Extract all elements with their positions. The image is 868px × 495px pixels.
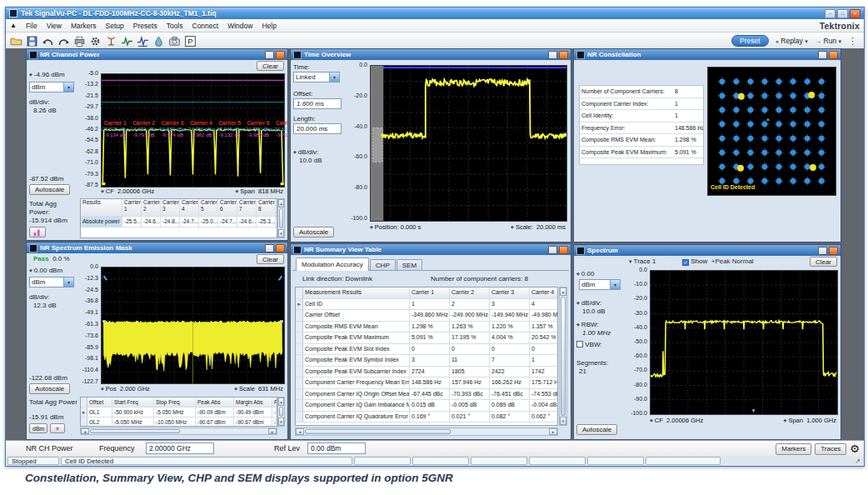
title-bar[interactable]: Tek SignalVu-PC - DL-FDD-100MHz-CC-8-30k… [6,8,864,19]
panel-close-button[interactable] [559,246,568,254]
panel-close-button[interactable] [829,51,838,59]
panel-restore-button[interactable] [548,246,557,254]
menu-item[interactable]: View [47,22,62,30]
summary-results-table[interactable]: Measurement ResultsCarrier 1Carrier 2Car… [295,287,558,426]
row-selector[interactable] [296,310,303,321]
frequency-field[interactable]: 2.00000 GHz [146,442,214,454]
amplitude-icon[interactable] [152,34,166,48]
trend-chart-button[interactable] [29,227,46,238]
panel-restore-button[interactable] [265,244,274,252]
row-selector[interactable] [296,378,303,388]
clear-button[interactable]: Clear [257,254,284,264]
settings-gear-icon[interactable] [850,442,860,455]
clear-button[interactable]: Clear [257,61,284,71]
panel-header-summary-view[interactable]: NR Summary View Table [291,244,571,255]
unit-dbm-button[interactable]: dBm [29,423,47,433]
vertical-scrollbar[interactable] [277,397,285,427]
traces-button[interactable]: Traces [815,443,846,455]
horizontal-scrollbar[interactable] [295,428,558,436]
autoscale-button[interactable]: Autoscale [576,424,617,435]
horizontal-scrollbar[interactable] [80,428,277,435]
row-selector[interactable] [296,400,303,411]
panel-close-button[interactable] [276,51,285,59]
scroll-left-icon[interactable] [81,428,89,434]
show-checkbox[interactable] [682,259,689,266]
menu-item[interactable]: Tools [167,22,183,30]
row-selector[interactable] [296,344,303,355]
panel-header-time-overview[interactable]: Time Overview [291,49,571,60]
panel-close-button[interactable] [559,51,568,59]
scroll-down-icon[interactable] [278,418,284,426]
instrument-menu-icon[interactable]: ▲ [10,22,17,29]
panel-close-button[interactable] [276,244,285,252]
row-selector[interactable] [296,412,303,422]
menu-item[interactable]: Markers [71,22,97,30]
panel-restore-button[interactable] [818,51,827,59]
row-selector[interactable] [81,408,87,417]
acquire-waveform-icon[interactable] [136,34,150,48]
row-selector[interactable] [296,322,303,332]
scroll-left-icon[interactable] [296,428,304,435]
autoscale-button[interactable]: Autoscale [29,383,70,394]
length-field[interactable]: 20.000 ms [293,123,342,134]
more-options-icon[interactable] [848,36,857,47]
vertical-scrollbar[interactable] [277,198,285,238]
menu-item[interactable]: Help [262,22,276,30]
preset-button[interactable]: Preset [731,35,769,47]
resize-grip-icon[interactable] [855,456,861,466]
scroll-right-icon[interactable] [268,428,277,434]
channel-power-plot[interactable] [101,73,285,188]
tab-modulation-accuracy[interactable]: Modulation Accuracy [296,258,369,271]
menu-item[interactable]: Presets [133,22,157,30]
minimize-button[interactable]: – [825,9,836,18]
unit-select[interactable]: dBm [29,277,74,288]
scroll-up-icon[interactable] [278,199,284,208]
sem-plot[interactable] [101,267,285,384]
row-selector[interactable] [81,418,87,427]
run-button[interactable]: Run [815,37,841,45]
trigger-icon[interactable] [104,34,118,48]
row-selector[interactable] [296,367,303,378]
unit-select[interactable]: dBm [579,279,621,290]
row-selector[interactable] [296,332,303,343]
trend-chart-button[interactable] [50,423,65,433]
time-select[interactable]: Linked [293,72,340,82]
menu-item[interactable]: Setup [106,22,124,30]
settings-gear-icon[interactable] [88,34,102,48]
analysis-waveform-icon[interactable] [120,34,134,48]
row-selector[interactable] [81,398,87,407]
camera-icon[interactable] [167,34,182,48]
spectrum-plot[interactable] [650,270,838,415]
panel-header-constellation[interactable]: NR Constellation [574,49,841,60]
sem-results-table[interactable]: OffsetStart FreqStop FreqPeak AbsMargin … [80,397,277,427]
scroll-down-icon[interactable] [278,229,284,238]
row-selector[interactable] [296,355,303,366]
markers-button[interactable]: Markers [776,443,811,455]
vertical-scrollbar[interactable] [559,287,567,426]
replay-button[interactable]: Replay [776,37,808,45]
ref-lev-field[interactable]: 0.00 dBm [307,442,366,454]
autoscale-button[interactable]: Autoscale [293,227,334,238]
panel-close-button[interactable] [829,247,838,255]
scroll-down-icon[interactable] [560,417,566,425]
undo-icon[interactable] [41,34,55,48]
panel-header-sem[interactable]: NR Spectrum Emission Mask [27,242,287,253]
panel-header-channel-power[interactable]: NR Channel Power [27,49,287,60]
panel-restore-button[interactable] [548,51,557,59]
row-selector[interactable] [296,389,303,400]
tab-sem[interactable]: SEM [397,259,422,271]
unit-select[interactable]: dBm [29,82,74,92]
panel-restore-button[interactable] [265,51,274,59]
menu-item[interactable]: File [26,22,37,30]
offset-field[interactable]: 1.600 ms [293,98,342,109]
tab-chp[interactable]: CHP [370,259,396,271]
save-icon[interactable] [25,34,39,48]
print-icon[interactable] [72,34,87,48]
menu-item[interactable]: Connect [192,22,219,30]
time-overview-plot[interactable] [370,65,567,222]
channel-power-results-table[interactable]: ResultsCarrier 1Carrier 2Carrier 3Carrie… [80,198,277,238]
autoscale-button[interactable]: Autoscale [29,184,70,195]
scroll-up-icon[interactable] [560,288,566,296]
scroll-right-icon[interactable] [549,428,557,435]
redo-icon[interactable] [57,34,71,48]
